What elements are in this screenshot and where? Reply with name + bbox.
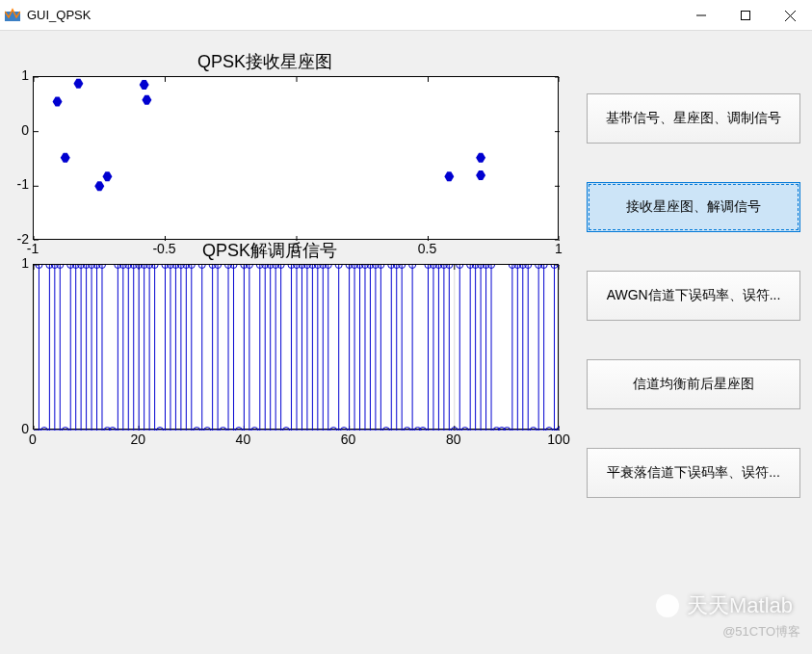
- svg-point-245: [557, 428, 561, 432]
- svg-point-117: [220, 428, 226, 432]
- plot2-xtick: 40: [236, 432, 251, 447]
- plot1-ytick: 1: [0, 67, 29, 83]
- svg-point-179: [382, 428, 389, 432]
- svg-point-123: [235, 428, 242, 432]
- plot2-ytick: 1: [0, 255, 29, 271]
- plot1-xtick: -1: [27, 241, 39, 256]
- watermark-icon: [656, 594, 679, 617]
- plot1-title: QPSK接收星座图: [197, 50, 332, 73]
- watermark-main: 天天Matlab: [656, 591, 793, 620]
- action-button-4[interactable]: 平衰落信道下误码率、误符...: [587, 448, 800, 498]
- svg-rect-2: [742, 12, 750, 20]
- svg-point-57: [62, 428, 68, 432]
- action-button-1[interactable]: 接收星座图、解调信号: [587, 182, 800, 232]
- plot2-xtick: 100: [547, 432, 569, 447]
- plot2-xtick: 0: [29, 432, 37, 447]
- plot2-xtick: 60: [341, 432, 356, 447]
- plot1-xtick: 0.5: [418, 241, 436, 256]
- svg-point-241: [546, 428, 553, 432]
- constellation-plot[interactable]: [33, 76, 559, 240]
- maximize-button[interactable]: [723, 0, 768, 31]
- svg-point-159: [330, 428, 337, 432]
- figure-body: QPSK接收星座图 -2-101 -1-0.500.51 QPSK解调后信号 0…: [0, 31, 812, 654]
- plot2-xtick: 80: [446, 432, 461, 447]
- svg-point-187: [404, 428, 410, 432]
- plot1-xtick: -0.5: [152, 241, 175, 256]
- plot1-ytick: -2: [0, 231, 29, 247]
- plot1-ytick: -1: [0, 176, 29, 192]
- close-button[interactable]: [768, 0, 812, 31]
- window-controls: [679, 0, 812, 30]
- svg-point-235: [530, 428, 537, 432]
- svg-point-49: [40, 428, 47, 432]
- plot2-xtick: 20: [130, 432, 145, 447]
- minimize-button[interactable]: [679, 0, 723, 31]
- plot2-title: QPSK解调后信号: [202, 239, 337, 262]
- svg-point-93: [157, 428, 164, 432]
- svg-point-129: [251, 428, 258, 432]
- plot1-ytick: 0: [0, 122, 29, 138]
- watermark-sub: @51CTO博客: [722, 623, 800, 641]
- svg-point-209: [461, 428, 468, 432]
- buttons-column: 基带信号、星座图、调制信号接收星座图、解调信号AWGN信道下误码率、误符...信…: [587, 93, 800, 536]
- svg-point-163: [341, 428, 348, 432]
- plot1-xtick: 1: [555, 241, 563, 256]
- action-button-3[interactable]: 信道均衡前后星座图: [587, 359, 800, 409]
- watermark-text1: 天天Matlab: [687, 591, 793, 620]
- demod-signal-plot[interactable]: [33, 264, 559, 430]
- svg-point-141: [283, 428, 290, 432]
- svg-point-107: [194, 428, 200, 432]
- titlebar: GUI_QPSK: [0, 0, 812, 31]
- plot2-ytick: 0: [0, 421, 29, 436]
- action-button-2[interactable]: AWGN信道下误码率、误符...: [587, 271, 800, 321]
- svg-point-111: [204, 428, 211, 432]
- app-icon: [4, 7, 21, 24]
- action-button-0[interactable]: 基带信号、星座图、调制信号: [587, 93, 800, 144]
- svg-rect-0: [5, 12, 20, 21]
- window-title: GUI_QPSK: [27, 8, 679, 22]
